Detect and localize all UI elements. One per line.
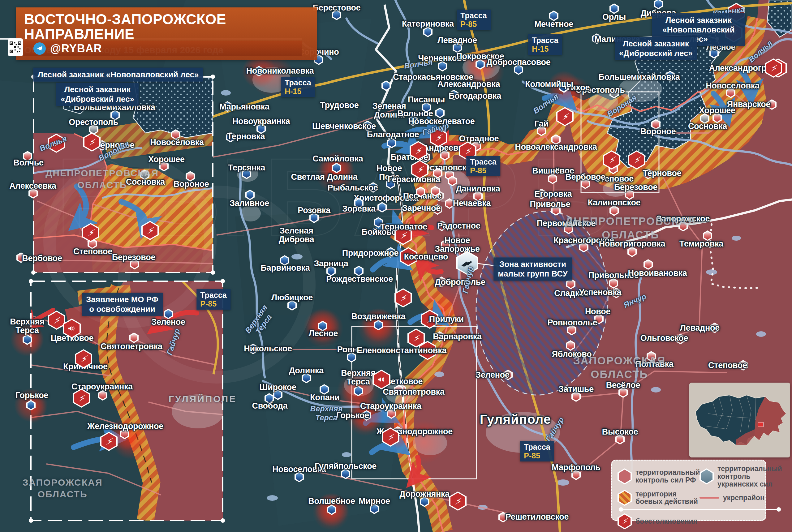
town-marker-ua (453, 42, 462, 53)
ua-marker (381, 80, 391, 91)
city-district-label: ГУЛЯЙПОЛЕ (169, 394, 237, 404)
town-marker-rf (551, 134, 561, 145)
town-marker-rf (571, 470, 581, 480)
town-marker-rf (129, 332, 138, 343)
town-marker-ua (654, 0, 663, 9)
road-callout-number: Р-85 (524, 451, 550, 460)
town-marker-ua (226, 132, 235, 142)
river-label: Верхняя Терса (310, 404, 342, 422)
town: Гуляйполе (480, 413, 551, 426)
town-label: Решетиловское (506, 513, 569, 521)
river-label: Волчья (403, 58, 433, 71)
town-marker-ua (273, 390, 282, 400)
town-marker-rf (473, 191, 483, 201)
town-label: Январское (727, 100, 770, 109)
town-marker-ua (347, 352, 356, 362)
river-label: Волчья (747, 38, 774, 64)
labels-layer: БерестовоеКатериновкаСорочиноНовониколае… (0, 0, 792, 532)
town: Мечетное (534, 20, 573, 28)
town-marker-rf (551, 205, 561, 215)
town: Святопетровка (100, 342, 162, 351)
ukraine-minimap (689, 383, 790, 457)
info-callout: Лесной заказник «Дибровский лес» (56, 82, 138, 106)
town-label: Копани (310, 393, 339, 402)
region-label: ЗАПОРОЖСКАЯ ОБЛАСТЬ (22, 477, 102, 500)
town-marker-rf (625, 189, 634, 200)
road-callout-name: Трасса (460, 11, 487, 20)
road-callout-number: Р-85 (200, 299, 227, 308)
town: Бойково (362, 228, 397, 236)
town: Березовое (614, 183, 657, 191)
town-label: Нечаевка (453, 199, 491, 208)
town: Трудовое (320, 101, 359, 110)
town-label: Герасимовка (388, 175, 440, 184)
town-marker-ua (164, 309, 173, 319)
road-callout-name: Трасса (524, 443, 550, 451)
info-callout: Лесной заказник «Дибровский лес» (615, 37, 697, 60)
town-label: Сосновка (688, 122, 727, 131)
map-legend: территориальный контроль сил РФ территор… (611, 460, 766, 521)
river-label: Верхняя Терса (243, 303, 277, 340)
town: Вороное (640, 127, 676, 136)
town: Святопетровка (383, 387, 444, 396)
town-marker-ua (257, 124, 266, 134)
town: Орлы (602, 13, 626, 21)
town-marker-rf (627, 247, 637, 257)
legend-item-clash: ⚡ боестолкновения (618, 513, 699, 529)
town-label: Благодатное (367, 130, 419, 139)
road-callout-number: Н-15 (532, 44, 559, 53)
road-callout-name: Трасса (532, 36, 559, 44)
town-marker-ua (387, 138, 396, 148)
town-marker-ua (549, 11, 559, 21)
town-label: Александровка (437, 80, 500, 89)
town-label: Зеленая Долина (373, 102, 406, 119)
town-marker-ua (710, 48, 719, 58)
town: Александровка (437, 80, 500, 89)
town-marker-rf (16, 252, 26, 263)
town-label: Трудовое (320, 101, 359, 110)
map-stage: { "title": { "heading": "ВОСТОЧНО-ЗАПОРО… (0, 0, 792, 532)
road-callout: ТрассаР-85 (196, 289, 230, 310)
channel-badge[interactable]: @RYBAR (22, 41, 302, 56)
town-marker-ua (354, 198, 363, 208)
town: Благодатное (367, 130, 419, 139)
town: Решетиловское (506, 513, 569, 521)
legend-label: укрепрайон (723, 494, 765, 502)
town-marker-rf (171, 129, 181, 140)
town-marker-rf (571, 391, 581, 402)
town-marker-ua (223, 101, 232, 112)
legend-item-ukrep: укрепрайон (699, 494, 782, 502)
clash-marker: ⚡ (83, 132, 100, 152)
alert-marker (373, 369, 391, 390)
town: Степовое (595, 174, 634, 183)
town: Отрадное (459, 134, 499, 143)
town: Копани (310, 393, 339, 402)
town-marker-rf (23, 151, 32, 162)
town-marker-rf (643, 169, 653, 179)
town-marker-rf (767, 99, 776, 110)
info-callout: Зона активности малых групп ВСУ (493, 257, 572, 281)
town-label: Мечетное (534, 20, 573, 28)
town-marker-rf (437, 277, 446, 287)
town-marker-ua (332, 10, 341, 20)
river-label: Янчур (622, 292, 647, 310)
town-label: Сладкое (554, 289, 588, 298)
qr-code (8, 38, 23, 56)
town-marker-rf (619, 387, 628, 398)
town: Январское (727, 100, 770, 109)
road-callout: ТрассаН-15 (281, 77, 315, 97)
road-callout: ТрассаР-85 (520, 441, 554, 461)
town-marker-rf (611, 288, 621, 298)
legend-item-ua: территориальный контроль украинских сил (699, 465, 782, 488)
town-marker-rf (186, 171, 195, 182)
town-marker-rf (738, 360, 748, 370)
town-label: Рождественское (326, 275, 393, 283)
town-marker-rf (537, 189, 546, 199)
info-callout: Лесной заказник «Новопавловский лес» (33, 68, 203, 82)
town-marker-rf (609, 278, 618, 289)
town-marker-rf (98, 390, 107, 401)
town-marker-rf (440, 150, 450, 160)
town-marker-ua (370, 504, 379, 514)
town-marker-rf (537, 126, 546, 136)
town: Зеленая Долина (373, 102, 406, 119)
